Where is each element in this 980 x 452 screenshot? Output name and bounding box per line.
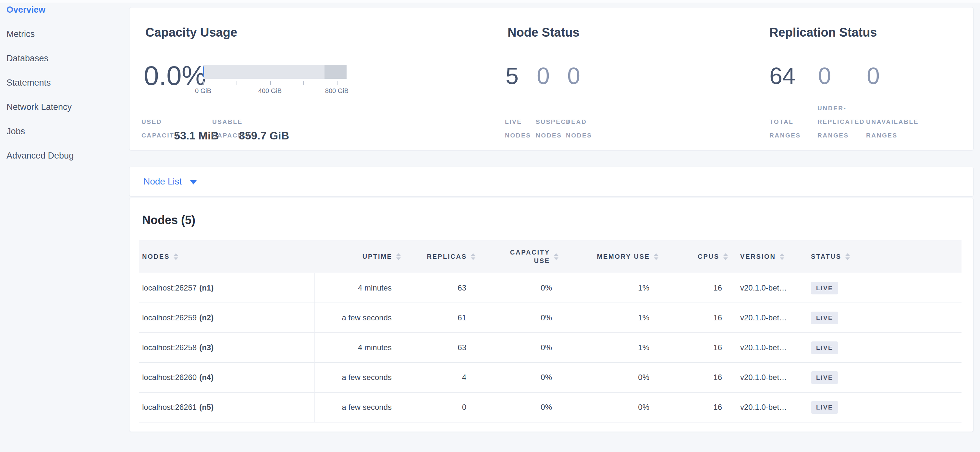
node-address-cell[interactable]: localhost:26259(n2) (139, 303, 315, 332)
nodes-section-title: Nodes (5) (142, 213, 195, 227)
capacity-use-cell: 0% (480, 393, 558, 422)
node-address-cell[interactable]: localhost:26257(n1) (139, 273, 315, 303)
status-badge: LIVE (811, 282, 838, 294)
capacity-usage-title: Capacity Usage (145, 25, 237, 40)
capacity-bar-reserved-segment (325, 65, 347, 79)
sort-icon[interactable] (471, 253, 476, 260)
sort-icon[interactable] (723, 253, 728, 260)
status-badge: LIVE (811, 401, 838, 414)
sidebar-item-databases[interactable]: Databases (6, 53, 123, 66)
column-header-nodes[interactable]: NODES (139, 240, 315, 273)
replicas-cell: 61 (406, 303, 480, 332)
cpus-cell: 16 (662, 303, 730, 332)
status-cell: LIVE (802, 393, 961, 422)
dead-nodes-label: DEAD NODES (566, 115, 592, 142)
version-cell: v20.1.0-bet… (730, 363, 802, 392)
sort-icon[interactable] (780, 253, 784, 260)
axis-tick (304, 81, 304, 85)
chevron-down-icon (190, 180, 197, 184)
suspect-nodes-count: 0 (537, 64, 550, 87)
memory-use-cell: 1% (558, 303, 662, 332)
node-list-dropdown[interactable]: Node List (143, 167, 197, 196)
uptime-cell: a few seconds (315, 363, 406, 392)
status-cell: LIVE (802, 303, 961, 332)
column-header-status[interactable]: STATUS (802, 240, 961, 273)
cpus-cell: 16 (662, 393, 730, 422)
under-replicated-ranges-count: 0 (818, 64, 831, 87)
column-header-uptime[interactable]: UPTIME (315, 240, 406, 273)
column-header-cpus[interactable]: CPUS (662, 240, 730, 273)
sort-icon[interactable] (173, 253, 178, 260)
uptime-cell: 4 minutes (315, 333, 406, 362)
memory-use-cell: 1% (558, 333, 662, 362)
sort-icon[interactable] (554, 253, 558, 260)
axis-tick (203, 81, 204, 85)
cpus-cell: 16 (662, 333, 730, 362)
replication-status-title: Replication Status (769, 25, 877, 40)
cpus-cell: 16 (662, 363, 730, 392)
version-cell: v20.1.0-bet… (730, 303, 802, 332)
axis-label-400gib: 400 GiB (258, 87, 282, 95)
version-cell: v20.1.0-bet… (730, 393, 802, 422)
capacity-use-cell: 0% (480, 303, 558, 332)
node-status-title: Node Status (508, 25, 579, 40)
table-row-node-1[interactable]: localhost:26257(n1) 4 minutes 63 0% 1% 1… (139, 273, 961, 303)
cluster-summary-card: Capacity Usage 0.0% 0 GiB 400 GiB 800 Gi… (129, 7, 974, 151)
column-header-memory-use[interactable]: MEMORY USE (558, 240, 662, 273)
version-cell: v20.1.0-bet… (730, 273, 802, 303)
replicas-cell: 63 (406, 273, 480, 303)
total-ranges-count: 64 (769, 64, 795, 87)
axis-tick (337, 81, 337, 85)
table-row-node-3[interactable]: localhost:26258(n3) 4 minutes 63 0% 1% 1… (139, 333, 961, 363)
uptime-cell: 4 minutes (315, 273, 406, 303)
uptime-cell: a few seconds (315, 393, 406, 422)
sidebar-item-network-latency[interactable]: Network Latency (6, 102, 123, 114)
status-cell: LIVE (802, 363, 961, 392)
sidebar-item-advanced-debug[interactable]: Advanced Debug (6, 150, 123, 163)
cpus-cell: 16 (662, 273, 730, 303)
replicas-cell: 0 (406, 393, 480, 422)
status-cell: LIVE (802, 333, 961, 362)
nodes-table: NODES UPTIME REPLICAS CAPACITY USE (139, 240, 961, 422)
uptime-cell: a few seconds (315, 303, 406, 332)
memory-use-cell: 1% (558, 273, 662, 303)
column-header-replicas[interactable]: REPLICAS (406, 240, 480, 273)
overview-page: Overview Metrics Databases Statements Ne… (0, 0, 980, 452)
table-row-node-2[interactable]: localhost:26259(n2) a few seconds 61 0% … (139, 303, 961, 333)
sort-icon[interactable] (396, 253, 401, 260)
sort-icon[interactable] (654, 253, 659, 260)
node-address-cell[interactable]: localhost:26258(n3) (139, 333, 315, 362)
capacity-use-cell: 0% (480, 363, 558, 392)
usable-capacity-value: 859.7 GiB (239, 129, 289, 142)
table-row-node-4[interactable]: localhost:26260(n4) a few seconds 4 0% 0… (139, 363, 961, 393)
axis-tick (270, 81, 270, 85)
node-address-cell[interactable]: localhost:26261(n5) (139, 393, 315, 422)
status-badge: LIVE (811, 341, 838, 354)
table-row-node-5[interactable]: localhost:26261(n5) a few seconds 0 0% 0… (139, 393, 961, 422)
sidebar-item-jobs[interactable]: Jobs (6, 126, 123, 139)
axis-label-800gib: 800 GiB (325, 87, 348, 95)
column-header-capacity-use[interactable]: CAPACITY USE (480, 240, 558, 273)
version-cell: v20.1.0-bet… (730, 333, 802, 362)
replicas-cell: 63 (406, 333, 480, 362)
suspect-nodes-label: SUSPECT NODES (536, 115, 571, 142)
sort-icon[interactable] (845, 253, 850, 260)
memory-use-cell: 0% (558, 363, 662, 392)
live-nodes-count: 5 (506, 64, 519, 87)
status-badge: LIVE (811, 312, 838, 324)
capacity-use-cell: 0% (480, 273, 558, 303)
node-address-cell[interactable]: localhost:26260(n4) (139, 363, 315, 392)
sidebar-item-metrics[interactable]: Metrics (6, 29, 123, 41)
view-selector-card: Node List (129, 167, 974, 197)
axis-tick (237, 81, 237, 85)
live-nodes-label: LIVE NODES (505, 115, 531, 142)
status-cell: LIVE (802, 273, 961, 303)
dead-nodes-count: 0 (567, 64, 580, 87)
status-badge: LIVE (811, 371, 838, 384)
sidebar-item-overview[interactable]: Overview (6, 4, 123, 17)
column-header-version[interactable]: VERSION (730, 240, 802, 273)
capacity-use-cell: 0% (480, 333, 558, 362)
top-strip (0, 0, 980, 3)
sidebar-item-statements[interactable]: Statements (6, 77, 123, 90)
node-list-dropdown-label: Node List (143, 176, 182, 187)
